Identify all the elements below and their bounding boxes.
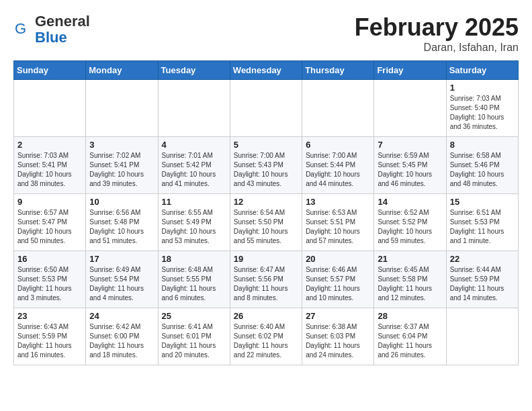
calendar-cell: 14Sunrise: 6:52 AM Sunset: 5:52 PM Dayli… bbox=[374, 194, 446, 251]
day-info: Sunrise: 6:46 AM Sunset: 5:57 PM Dayligh… bbox=[306, 265, 370, 303]
day-info: Sunrise: 6:48 AM Sunset: 5:55 PM Dayligh… bbox=[162, 265, 226, 303]
day-number: 2 bbox=[17, 140, 82, 150]
day-info: Sunrise: 6:50 AM Sunset: 5:53 PM Dayligh… bbox=[17, 265, 82, 303]
day-number: 9 bbox=[17, 197, 82, 207]
day-number: 1 bbox=[450, 83, 515, 93]
calendar-cell: 5Sunrise: 7:00 AM Sunset: 5:43 PM Daylig… bbox=[230, 137, 302, 194]
calendar-cell: 17Sunrise: 6:49 AM Sunset: 5:54 PM Dayli… bbox=[86, 251, 158, 308]
weekday-header-thursday: Thursday bbox=[302, 61, 374, 80]
calendar-cell: 19Sunrise: 6:47 AM Sunset: 5:56 PM Dayli… bbox=[230, 251, 302, 308]
day-number: 21 bbox=[378, 254, 442, 264]
day-number: 19 bbox=[234, 254, 298, 264]
calendar-cell: 12Sunrise: 6:54 AM Sunset: 5:50 PM Dayli… bbox=[230, 194, 302, 251]
calendar-cell: 6Sunrise: 7:00 AM Sunset: 5:44 PM Daylig… bbox=[302, 137, 374, 194]
day-number: 12 bbox=[234, 197, 298, 207]
day-info: Sunrise: 6:47 AM Sunset: 5:56 PM Dayligh… bbox=[234, 265, 298, 303]
day-info: Sunrise: 6:37 AM Sunset: 6:04 PM Dayligh… bbox=[378, 322, 442, 360]
day-info: Sunrise: 6:52 AM Sunset: 5:52 PM Dayligh… bbox=[378, 208, 442, 246]
calendar-cell: 22Sunrise: 6:44 AM Sunset: 5:59 PM Dayli… bbox=[446, 251, 518, 308]
calendar-cell: 18Sunrise: 6:48 AM Sunset: 5:55 PM Dayli… bbox=[158, 251, 230, 308]
weekday-header-wednesday: Wednesday bbox=[230, 61, 302, 80]
day-info: Sunrise: 6:51 AM Sunset: 5:53 PM Dayligh… bbox=[450, 208, 515, 246]
page-header: G General Blue February 2025 Daran, Isfa… bbox=[13, 13, 519, 54]
calendar-cell bbox=[14, 80, 86, 137]
calendar-cell: 27Sunrise: 6:38 AM Sunset: 6:03 PM Dayli… bbox=[302, 308, 374, 365]
day-info: Sunrise: 6:57 AM Sunset: 5:47 PM Dayligh… bbox=[17, 208, 82, 246]
calendar-cell bbox=[230, 80, 302, 137]
day-number: 11 bbox=[162, 197, 226, 207]
day-number: 28 bbox=[378, 311, 442, 321]
weekday-header-monday: Monday bbox=[86, 61, 158, 80]
calendar-cell bbox=[374, 80, 446, 137]
calendar-week-1: 1Sunrise: 7:03 AM Sunset: 5:40 PM Daylig… bbox=[14, 80, 519, 137]
day-number: 23 bbox=[17, 311, 82, 321]
weekday-header-sunday: Sunday bbox=[14, 61, 86, 80]
day-number: 20 bbox=[306, 254, 370, 264]
calendar-table: SundayMondayTuesdayWednesdayThursdayFrid… bbox=[13, 60, 519, 365]
calendar-cell: 16Sunrise: 6:50 AM Sunset: 5:53 PM Dayli… bbox=[14, 251, 86, 308]
month-title: February 2025 bbox=[355, 13, 519, 42]
calendar-cell: 24Sunrise: 6:42 AM Sunset: 6:00 PM Dayli… bbox=[86, 308, 158, 365]
day-number: 15 bbox=[450, 197, 515, 207]
day-info: Sunrise: 7:02 AM Sunset: 5:41 PM Dayligh… bbox=[89, 151, 154, 189]
day-number: 3 bbox=[89, 140, 154, 150]
calendar-cell: 20Sunrise: 6:46 AM Sunset: 5:57 PM Dayli… bbox=[302, 251, 374, 308]
day-info: Sunrise: 6:42 AM Sunset: 6:00 PM Dayligh… bbox=[89, 322, 154, 360]
calendar-cell: 3Sunrise: 7:02 AM Sunset: 5:41 PM Daylig… bbox=[86, 137, 158, 194]
day-info: Sunrise: 6:54 AM Sunset: 5:50 PM Dayligh… bbox=[234, 208, 298, 246]
day-info: Sunrise: 7:03 AM Sunset: 5:40 PM Dayligh… bbox=[450, 94, 515, 132]
day-number: 10 bbox=[89, 197, 154, 207]
calendar-cell bbox=[446, 308, 518, 365]
logo-blue-text: Blue bbox=[35, 29, 67, 46]
day-info: Sunrise: 6:41 AM Sunset: 6:01 PM Dayligh… bbox=[162, 322, 226, 360]
day-number: 27 bbox=[306, 311, 370, 321]
logo: G General Blue bbox=[13, 13, 90, 46]
day-info: Sunrise: 7:00 AM Sunset: 5:44 PM Dayligh… bbox=[306, 151, 370, 189]
calendar-cell: 15Sunrise: 6:51 AM Sunset: 5:53 PM Dayli… bbox=[446, 194, 518, 251]
day-info: Sunrise: 6:38 AM Sunset: 6:03 PM Dayligh… bbox=[306, 322, 370, 360]
calendar-cell: 9Sunrise: 6:57 AM Sunset: 5:47 PM Daylig… bbox=[14, 194, 86, 251]
day-number: 13 bbox=[306, 197, 370, 207]
day-info: Sunrise: 6:43 AM Sunset: 5:59 PM Dayligh… bbox=[17, 322, 82, 360]
calendar-cell bbox=[86, 80, 158, 137]
calendar-cell: 21Sunrise: 6:45 AM Sunset: 5:58 PM Dayli… bbox=[374, 251, 446, 308]
day-info: Sunrise: 7:01 AM Sunset: 5:42 PM Dayligh… bbox=[162, 151, 226, 189]
day-number: 7 bbox=[378, 140, 442, 150]
day-info: Sunrise: 6:40 AM Sunset: 6:02 PM Dayligh… bbox=[234, 322, 298, 360]
day-number: 4 bbox=[162, 140, 226, 150]
calendar-week-2: 2Sunrise: 7:03 AM Sunset: 5:41 PM Daylig… bbox=[14, 137, 519, 194]
day-info: Sunrise: 6:55 AM Sunset: 5:49 PM Dayligh… bbox=[162, 208, 226, 246]
location-subtitle: Daran, Isfahan, Iran bbox=[355, 42, 519, 54]
day-number: 14 bbox=[378, 197, 442, 207]
svg-text:G: G bbox=[15, 20, 26, 37]
day-info: Sunrise: 6:49 AM Sunset: 5:54 PM Dayligh… bbox=[89, 265, 154, 303]
calendar-cell: 1Sunrise: 7:03 AM Sunset: 5:40 PM Daylig… bbox=[446, 80, 518, 137]
calendar-cell: 11Sunrise: 6:55 AM Sunset: 5:49 PM Dayli… bbox=[158, 194, 230, 251]
calendar-cell: 23Sunrise: 6:43 AM Sunset: 5:59 PM Dayli… bbox=[14, 308, 86, 365]
calendar-cell: 2Sunrise: 7:03 AM Sunset: 5:41 PM Daylig… bbox=[14, 137, 86, 194]
day-info: Sunrise: 6:56 AM Sunset: 5:48 PM Dayligh… bbox=[89, 208, 154, 246]
day-info: Sunrise: 6:59 AM Sunset: 5:45 PM Dayligh… bbox=[378, 151, 442, 189]
day-number: 25 bbox=[162, 311, 226, 321]
day-number: 24 bbox=[89, 311, 154, 321]
calendar-cell: 28Sunrise: 6:37 AM Sunset: 6:04 PM Dayli… bbox=[374, 308, 446, 365]
weekday-header-friday: Friday bbox=[374, 61, 446, 80]
title-block: February 2025 Daran, Isfahan, Iran bbox=[355, 13, 519, 54]
calendar-cell bbox=[158, 80, 230, 137]
day-number: 18 bbox=[162, 254, 226, 264]
calendar-cell bbox=[302, 80, 374, 137]
weekday-header-saturday: Saturday bbox=[446, 61, 518, 80]
weekday-header-row: SundayMondayTuesdayWednesdayThursdayFrid… bbox=[14, 61, 519, 80]
calendar-week-4: 16Sunrise: 6:50 AM Sunset: 5:53 PM Dayli… bbox=[14, 251, 519, 308]
logo-general-text: General bbox=[35, 13, 90, 30]
day-info: Sunrise: 6:44 AM Sunset: 5:59 PM Dayligh… bbox=[450, 265, 515, 303]
day-info: Sunrise: 7:00 AM Sunset: 5:43 PM Dayligh… bbox=[234, 151, 298, 189]
day-number: 6 bbox=[306, 140, 370, 150]
logo-icon: G bbox=[13, 20, 32, 39]
calendar-cell: 26Sunrise: 6:40 AM Sunset: 6:02 PM Dayli… bbox=[230, 308, 302, 365]
calendar-cell: 10Sunrise: 6:56 AM Sunset: 5:48 PM Dayli… bbox=[86, 194, 158, 251]
calendar-cell: 13Sunrise: 6:53 AM Sunset: 5:51 PM Dayli… bbox=[302, 194, 374, 251]
day-info: Sunrise: 7:03 AM Sunset: 5:41 PM Dayligh… bbox=[17, 151, 82, 189]
day-info: Sunrise: 6:45 AM Sunset: 5:58 PM Dayligh… bbox=[378, 265, 442, 303]
calendar-cell: 4Sunrise: 7:01 AM Sunset: 5:42 PM Daylig… bbox=[158, 137, 230, 194]
